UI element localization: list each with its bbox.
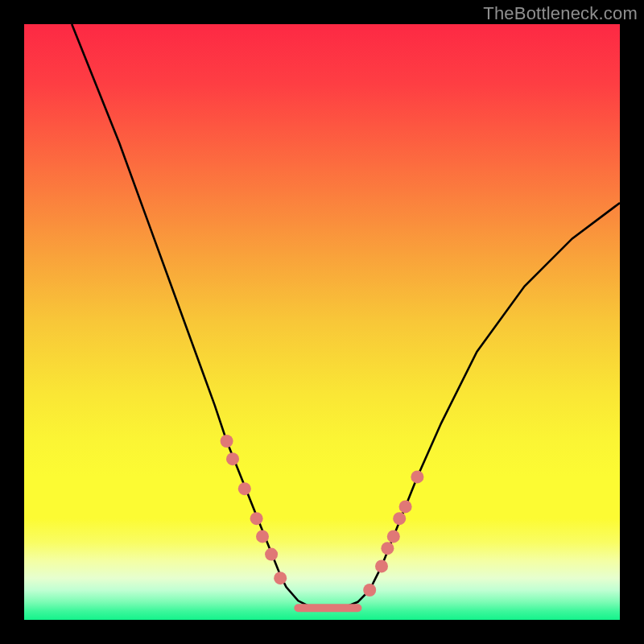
marker-dot bbox=[381, 542, 394, 555]
marker-dot bbox=[265, 548, 278, 561]
marker-dots-right bbox=[363, 470, 423, 597]
marker-dot bbox=[375, 559, 388, 572]
marker-dot bbox=[221, 435, 233, 448]
marker-dot bbox=[393, 512, 406, 525]
marker-dot bbox=[226, 452, 239, 465]
marker-dot bbox=[387, 530, 400, 543]
marker-dot bbox=[411, 470, 423, 483]
bottleneck-curve bbox=[72, 24, 620, 609]
marker-dot bbox=[256, 530, 269, 543]
watermark-text: TheBottleneck.com bbox=[483, 3, 638, 24]
chart-area bbox=[24, 24, 620, 620]
marker-dot bbox=[399, 500, 412, 513]
marker-dot bbox=[274, 572, 287, 584]
marker-dot bbox=[363, 584, 376, 597]
marker-dot bbox=[250, 512, 263, 525]
curve-layer bbox=[24, 24, 620, 620]
marker-dot bbox=[238, 482, 251, 495]
